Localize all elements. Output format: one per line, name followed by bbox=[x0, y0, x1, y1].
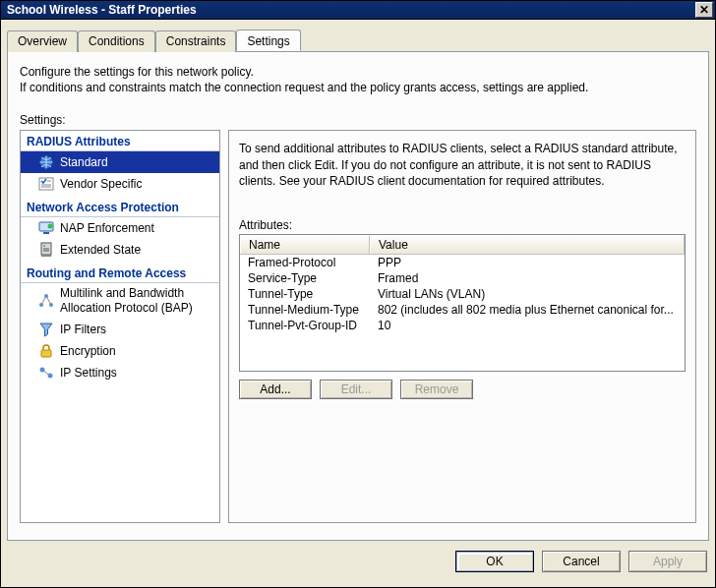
cell-name: Tunnel-Type bbox=[240, 286, 370, 302]
close-icon: ✕ bbox=[699, 4, 709, 16]
close-button[interactable]: ✕ bbox=[695, 2, 713, 18]
tree-label-bap: Multilink and Bandwidth Allocation Proto… bbox=[60, 286, 213, 316]
checklist-icon bbox=[38, 176, 54, 192]
tree-item-ip-filters[interactable]: IP Filters bbox=[21, 319, 219, 340]
tree-label-encryption: Encryption bbox=[60, 344, 213, 358]
tree-label-ip-filters: IP Filters bbox=[60, 323, 213, 336]
settings-label: Settings: bbox=[20, 113, 696, 127]
titlebar: School Wireless - Staff Properties ✕ bbox=[0, 0, 716, 20]
intro-line2: If conditions and constraints match the … bbox=[20, 80, 696, 95]
cell-name: Framed-Protocol bbox=[240, 255, 370, 270]
col-header-name[interactable]: Name bbox=[240, 235, 370, 254]
table-row[interactable]: Framed-ProtocolPPP bbox=[240, 255, 685, 270]
svg-point-7 bbox=[48, 224, 53, 229]
tree-item-ip-settings[interactable]: IP Settings bbox=[21, 362, 219, 383]
cell-name: Service-Type bbox=[240, 270, 370, 286]
svg-rect-6 bbox=[43, 232, 49, 234]
cell-name: Tunnel-Medium-Type bbox=[240, 302, 370, 318]
settings-tree[interactable]: RADIUS Attributes Standard Vendor Specif… bbox=[20, 130, 220, 523]
tree-item-encryption[interactable]: Encryption bbox=[21, 340, 219, 362]
tab-overview[interactable]: Overview bbox=[7, 30, 78, 52]
right-pane: To send additional attributes to RADIUS … bbox=[228, 130, 696, 523]
network-icon bbox=[38, 293, 54, 309]
svg-point-18 bbox=[48, 374, 53, 379]
window-title: School Wireless - Staff Properties bbox=[7, 3, 695, 17]
tree-item-extended-state[interactable]: Extended State bbox=[21, 239, 219, 261]
tab-settings[interactable]: Settings bbox=[236, 29, 300, 51]
tree-item-nap-enforcement[interactable]: NAP Enforcement bbox=[21, 217, 219, 239]
tree-label-extended-state: Extended State bbox=[60, 243, 213, 257]
grid-header: Name Value bbox=[240, 235, 685, 255]
svg-rect-9 bbox=[41, 255, 51, 257]
attributes-label: Attributes: bbox=[239, 218, 686, 232]
tree-item-bap[interactable]: Multilink and Bandwidth Allocation Proto… bbox=[21, 283, 219, 319]
tab-conditions[interactable]: Conditions bbox=[78, 30, 155, 52]
ok-button[interactable]: OK bbox=[455, 551, 534, 572]
tab-strip: Overview Conditions Constraints Settings bbox=[7, 29, 709, 51]
tree-label-vendor: Vendor Specific bbox=[60, 177, 213, 191]
edit-button[interactable]: Edit... bbox=[320, 380, 392, 399]
tree-header-radius: RADIUS Attributes bbox=[21, 131, 219, 151]
tree-item-standard[interactable]: Standard bbox=[21, 151, 219, 173]
tree-header-rra: Routing and Remote Access bbox=[21, 263, 219, 283]
funnel-icon bbox=[38, 322, 54, 337]
apply-button[interactable]: Apply bbox=[628, 551, 707, 572]
table-row[interactable]: Tunnel-Medium-Type802 (includes all 802 … bbox=[240, 302, 685, 318]
network-nodes-icon bbox=[38, 365, 54, 381]
remove-button[interactable]: Remove bbox=[400, 380, 473, 399]
cell-value: Framed bbox=[370, 270, 685, 286]
table-row[interactable]: Tunnel-Pvt-Group-ID10 bbox=[240, 318, 685, 333]
tree-label-nap-enforcement: NAP Enforcement bbox=[60, 221, 213, 235]
svg-point-17 bbox=[40, 368, 45, 373]
cancel-button[interactable]: Cancel bbox=[542, 551, 621, 572]
server-icon bbox=[38, 242, 54, 258]
right-intro: To send additional attributes to RADIUS … bbox=[239, 141, 686, 189]
intro-line1: Configure the settings for this network … bbox=[20, 64, 696, 80]
tree-header-nap: Network Access Protection bbox=[21, 197, 219, 217]
tree-label-ip-settings: IP Settings bbox=[60, 366, 213, 380]
attributes-grid[interactable]: Name Value Framed-ProtocolPPPService-Typ… bbox=[239, 234, 686, 372]
add-button[interactable]: Add... bbox=[239, 380, 312, 399]
col-header-value[interactable]: Value bbox=[370, 235, 685, 254]
tree-item-vendor[interactable]: Vendor Specific bbox=[21, 173, 219, 195]
monitor-icon bbox=[38, 220, 54, 236]
cell-value: 10 bbox=[370, 318, 685, 333]
lock-icon bbox=[38, 343, 54, 359]
svg-point-10 bbox=[43, 245, 45, 247]
svg-line-19 bbox=[44, 372, 48, 375]
settings-panel: Configure the settings for this network … bbox=[7, 51, 709, 541]
tree-label-standard: Standard bbox=[60, 155, 213, 169]
intro-text: Configure the settings for this network … bbox=[20, 64, 696, 95]
cell-name: Tunnel-Pvt-Group-ID bbox=[240, 318, 370, 333]
globe-icon bbox=[38, 154, 54, 170]
cell-value: PPP bbox=[370, 255, 685, 270]
table-row[interactable]: Service-TypeFramed bbox=[240, 270, 685, 286]
cell-value: Virtual LANs (VLAN) bbox=[370, 286, 685, 302]
cell-value: 802 (includes all 802 media plus Etherne… bbox=[370, 302, 685, 318]
tab-constraints[interactable]: Constraints bbox=[155, 30, 237, 52]
table-row[interactable]: Tunnel-TypeVirtual LANs (VLAN) bbox=[240, 286, 685, 302]
svg-rect-16 bbox=[41, 350, 51, 357]
